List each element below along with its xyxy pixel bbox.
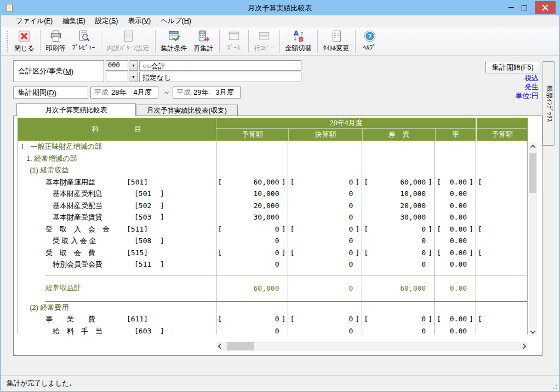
cell-value: 0 bbox=[275, 325, 279, 335]
toolbar-button-recalculate[interactable]: 再集計 bbox=[191, 27, 217, 55]
toolbar-button-preview[interactable]: ﾌﾟﾚﾋﾞｭｰ bbox=[69, 27, 99, 55]
menu-item-v[interactable]: 表示(V) bbox=[123, 15, 156, 27]
account-code: [603 ] bbox=[134, 325, 164, 335]
menu-item-h[interactable]: ヘルプ(H) bbox=[156, 15, 196, 27]
scroll-up-button[interactable] bbox=[529, 142, 537, 151]
vertical-scrollbar-thumb[interactable] bbox=[529, 153, 536, 193]
menu-item-f[interactable]: ファイル(F) bbox=[11, 15, 58, 27]
scroll-down-button[interactable] bbox=[529, 327, 537, 336]
account-code-input[interactable]: 000 bbox=[106, 60, 128, 71]
cell-value: 0.00 bbox=[450, 176, 467, 188]
era-label: 平成 bbox=[94, 88, 108, 97]
budget-cell bbox=[216, 164, 289, 176]
period-to-field[interactable]: 平成29年 3月度 bbox=[173, 87, 241, 99]
horizontal-scrollbar[interactable] bbox=[216, 342, 528, 351]
accrual-flag[interactable]: 発生 bbox=[473, 83, 539, 91]
tax-included-flag[interactable]: 税込 bbox=[473, 74, 539, 83]
tab-monthly-comparison-cashflow[interactable]: 月次予算実績比較表(収支) bbox=[136, 105, 238, 116]
scroll-left-button[interactable] bbox=[216, 342, 225, 351]
table-row bbox=[18, 270, 527, 275]
account-code: [515] bbox=[127, 247, 148, 259]
bracket-close: ] bbox=[282, 313, 286, 325]
title-bar: 月次予算実績比較表 bbox=[1, 1, 559, 15]
close-icon bbox=[542, 4, 548, 11]
toolbar-button-amount-switch[interactable]: AB金額切替 bbox=[282, 27, 315, 55]
rate-cell: 0.00 bbox=[435, 200, 476, 212]
resize-grip[interactable] bbox=[551, 383, 557, 389]
settlement-cell: 0 bbox=[288, 325, 362, 335]
status-message: 集計が完了しました。 bbox=[7, 379, 76, 388]
report-index-tab[interactable]: 帳票ｲﾝﾃﾞｯｸｽ bbox=[542, 61, 555, 146]
bracket-close: ] bbox=[356, 223, 360, 235]
cell-value: 0 bbox=[349, 235, 353, 247]
rate-cell: 0.00 bbox=[435, 235, 476, 247]
toolbar-button-aggregate-condition[interactable]: 集計条件 bbox=[158, 27, 191, 55]
subject-cell: (1) 経常収益 bbox=[18, 164, 216, 176]
account-name: 特別会員受会費 bbox=[18, 258, 102, 270]
difference-cell: 10,000 bbox=[362, 188, 435, 200]
cell-value: 0.00 bbox=[450, 325, 467, 335]
bracket-open: [ bbox=[478, 313, 482, 325]
account-code: [501 ] bbox=[134, 188, 164, 200]
table-row: 特別会員受会費[511 ]0000.00 bbox=[18, 258, 527, 270]
menu-item-label: 編集( bbox=[62, 17, 78, 25]
settlement-cell bbox=[288, 302, 362, 314]
budget-cell: 20,000 bbox=[216, 200, 289, 212]
tab-monthly-comparison[interactable]: 月次予算実績比較表 bbox=[16, 103, 136, 116]
toolbar-button-printer[interactable]: 印刷等 bbox=[43, 27, 69, 55]
menu-access-key: V bbox=[144, 17, 148, 25]
toolbar-button-label: 金額切替 bbox=[285, 44, 312, 53]
cell-value: 0.00 bbox=[450, 188, 467, 200]
unit-yen-flag[interactable]: 単位:円 bbox=[473, 91, 539, 100]
close-icon bbox=[17, 29, 31, 43]
minimize-button[interactable] bbox=[505, 1, 517, 14]
table-row: 基本財産受利息[501 ]10,000010,0000.00 bbox=[18, 188, 527, 200]
scroll-right-button[interactable] bbox=[519, 342, 528, 351]
difference-cell: 0 bbox=[362, 235, 435, 247]
account-name: 基本財産受賃貸 bbox=[18, 211, 102, 223]
cell-value: 60,000 bbox=[254, 275, 279, 301]
toolbar-button-title-change[interactable]: ﾀｲﾄﾙ変更 bbox=[320, 27, 353, 55]
function-key-bar: F1F2F3F4F5F6F7F8F9F10F11F12 bbox=[1, 356, 559, 375]
business-dropdown-button[interactable]: ▼ bbox=[129, 72, 138, 82]
menu-item-s[interactable]: 設定(S) bbox=[90, 15, 123, 27]
rate-cell: 0.00 bbox=[435, 275, 476, 302]
account-name: 給 料 手 当 bbox=[18, 325, 102, 335]
business-name-display[interactable]: 指定なし bbox=[139, 72, 301, 82]
settlement-cell: 0 bbox=[288, 188, 362, 200]
budget-cell: 0 bbox=[216, 325, 289, 335]
bracket-open: [ bbox=[290, 313, 294, 325]
start-aggregation-button[interactable]: 集計開始(F5) bbox=[485, 61, 540, 73]
table-row: 受 取 入 会 金[508 ]0000.00 bbox=[18, 235, 527, 247]
menu-item-e[interactable]: 編集(E) bbox=[58, 15, 90, 27]
toolbar-button-help[interactable]: ?ﾍﾙﾌﾟ bbox=[358, 27, 382, 55]
next-budget-cell bbox=[476, 211, 527, 223]
table-row: 1. 経常増減の部 bbox=[18, 153, 527, 165]
table-row: 経常収益計60,000060,0000.00 bbox=[18, 275, 527, 302]
title-change-icon bbox=[329, 29, 344, 43]
menu-item-label: 設定( bbox=[95, 17, 111, 25]
account-division-label: 会計区分/事業(M) bbox=[13, 60, 104, 82]
account-code: [503 ] bbox=[134, 211, 164, 223]
month-group-header: 28年4月度 bbox=[216, 118, 477, 129]
horizontal-scrollbar-thumb[interactable] bbox=[227, 342, 254, 350]
rate-cell: 0.00 bbox=[435, 258, 476, 270]
account-name-display[interactable]: ○○会計 bbox=[139, 60, 301, 71]
next-budget-cell: [ bbox=[476, 313, 527, 325]
vertical-scrollbar[interactable] bbox=[529, 142, 537, 336]
svg-text:B: B bbox=[299, 36, 304, 43]
cell-value: 0 bbox=[275, 258, 279, 270]
maximize-button[interactable] bbox=[518, 1, 530, 14]
toolbar-button-label: 行ｺﾋﾟｰ bbox=[254, 44, 274, 53]
cell-value: 0.00 bbox=[450, 211, 467, 223]
toolbar-button-close[interactable]: 閉じる bbox=[11, 27, 38, 55]
account-dropdown-button[interactable]: ▼ bbox=[129, 60, 138, 71]
business-code-input[interactable] bbox=[106, 72, 128, 82]
sum-label: 経常収益計 bbox=[18, 284, 81, 292]
bracket-open: [ bbox=[437, 247, 441, 259]
period-from-field[interactable]: 平成28年 4月度 bbox=[90, 87, 158, 99]
bracket-close: ] bbox=[356, 247, 360, 259]
bracket-close: ] bbox=[469, 313, 473, 325]
close-button[interactable] bbox=[535, 1, 556, 14]
cell-value: 0 bbox=[349, 200, 353, 212]
